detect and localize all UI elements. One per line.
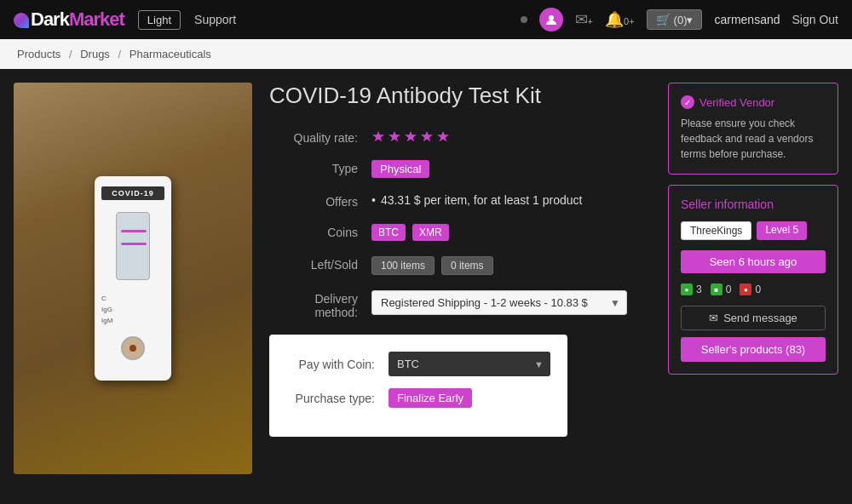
- delivery-row: Delivery method: Registered Shipping - 1…: [269, 290, 639, 319]
- vendor-title-text: Verified Vendor: [699, 96, 774, 109]
- offer-detail: •43.31 $ per item, for at least 1 produc…: [371, 193, 582, 207]
- send-message-label: Send message: [723, 312, 797, 324]
- vendor-description: Please ensure you check feedback and rea…: [681, 116, 826, 162]
- mail-badge: +: [588, 16, 593, 26]
- left-sold-value: 100 items 0 items: [371, 256, 639, 275]
- breadcrumb-products[interactable]: Products: [17, 48, 60, 60]
- delivery-select[interactable]: Registered Shipping - 1-2 weeks - 10.83 …: [371, 290, 627, 315]
- offers-label: Offers: [269, 193, 371, 209]
- product-image: COVID-19 CIgGIgM: [14, 83, 252, 474]
- btc-badge: BTC: [371, 224, 406, 241]
- xmr-badge: XMR: [412, 224, 449, 241]
- cart-button[interactable]: 🛒 (0)▾: [647, 9, 703, 30]
- star-2: [388, 129, 401, 143]
- finalize-early-value: Finalize Early: [389, 388, 472, 408]
- avatar-circle[interactable]: [539, 8, 563, 32]
- pay-section: Pay with Coin: BTC XMR ▼ Purchase type: …: [269, 335, 567, 437]
- test-kit-sample-area: [121, 336, 145, 360]
- svg-marker-3: [405, 131, 417, 141]
- mail-icon[interactable]: ✉+: [575, 10, 593, 29]
- coins-row: Coins BTC XMR: [269, 224, 639, 241]
- coins-value: BTC XMR: [371, 224, 639, 241]
- svg-marker-4: [421, 131, 433, 141]
- seller-level-tag: Level 5: [757, 221, 807, 240]
- bell-badge: 0+: [624, 16, 635, 26]
- breadcrumb-pharmaceuticals[interactable]: Pharmaceuticals: [130, 48, 211, 60]
- navbar: DarkMarket Light Support ✉+ 🔔0+ 🛒 (0)▾ c…: [0, 0, 852, 39]
- delivery-label: Delivery method:: [269, 290, 371, 319]
- pay-coin-row: Pay with Coin: BTC XMR ▼: [286, 352, 550, 376]
- bell-icon[interactable]: 🔔0+: [605, 10, 635, 29]
- pay-coin-select[interactable]: BTC XMR: [389, 352, 550, 376]
- cart-label: (0)▾: [674, 14, 694, 26]
- logo-market: Market: [69, 9, 124, 30]
- stat-neutral: ■ 0: [711, 284, 732, 295]
- light-mode-button[interactable]: Light: [138, 10, 181, 30]
- star-1: [371, 129, 385, 143]
- site-logo[interactable]: DarkMarket: [14, 9, 124, 31]
- support-link[interactable]: Support: [194, 13, 236, 26]
- username-label[interactable]: carmensand: [714, 13, 780, 26]
- svg-marker-2: [389, 131, 400, 141]
- type-value: Physical: [371, 160, 639, 178]
- test-kit-labels: CIgGIgM: [101, 294, 164, 326]
- sidebar: ✓ Verified Vendor Please ensure you chec…: [668, 83, 838, 474]
- vendor-box-title: ✓ Verified Vendor: [681, 95, 826, 109]
- sellers-products-button[interactable]: Seller's products (83): [681, 337, 826, 362]
- star-4: [420, 129, 434, 143]
- left-sold-label: Left/Sold: [269, 256, 371, 272]
- pay-select-container: BTC XMR ▼: [389, 352, 550, 376]
- purchase-type-label: Purchase type:: [286, 392, 389, 405]
- seller-box-title: Seller information: [681, 198, 826, 211]
- type-row: Type Physical: [269, 160, 639, 178]
- delivery-select-wrapper: Registered Shipping - 1-2 weeks - 10.83 …: [371, 290, 639, 315]
- product-details: COVID-19 Antibody Test Kit Quality rate:…: [252, 83, 656, 474]
- stat-green-icon: ●: [681, 284, 693, 295]
- type-badge: Physical: [371, 160, 429, 178]
- purchase-type-row: Purchase type: Finalize Early: [286, 388, 550, 408]
- navbar-icons: ✉+ 🔔0+ 🛒 (0)▾ carmensand Sign Out: [521, 8, 838, 32]
- product-image-container: COVID-19 CIgGIgM: [14, 83, 252, 474]
- star-3: [404, 129, 417, 143]
- svg-point-0: [549, 15, 554, 20]
- test-kit-window: [116, 212, 150, 280]
- seller-tags: ThreeKings Level 5: [681, 221, 826, 240]
- test-line-t: [121, 243, 147, 245]
- type-label: Type: [269, 160, 371, 175]
- send-message-button[interactable]: ✉ Send message: [681, 306, 826, 330]
- product-title: COVID-19 Antibody Test Kit: [269, 83, 639, 109]
- breadcrumb-sep1: /: [69, 48, 72, 60]
- cart-icon: 🛒: [656, 13, 671, 26]
- main-content: COVID-19 CIgGIgM COVID-19 Antibody Test …: [0, 69, 852, 474]
- breadcrumb: Products / Drugs / Pharmaceuticals: [0, 39, 852, 69]
- quality-row: Quality rate:: [269, 129, 639, 145]
- breadcrumb-drugs[interactable]: Drugs: [80, 48, 110, 60]
- stat-red-icon: ●: [740, 284, 751, 295]
- signout-link[interactable]: Sign Out: [792, 13, 838, 26]
- stat-neutral-icon: ■: [711, 284, 722, 295]
- status-dot-icon: [521, 16, 527, 23]
- test-kit-label: COVID-19: [101, 186, 164, 200]
- left-items-badge: 100 items: [371, 256, 435, 275]
- test-line-c: [121, 230, 147, 232]
- left-sold-row: Left/Sold 100 items 0 items: [269, 256, 639, 275]
- person-icon: [545, 14, 557, 26]
- svg-marker-1: [372, 131, 384, 141]
- offer-text: •43.31 $ per item, for at least 1 produc…: [371, 193, 639, 207]
- finalize-early-badge: Finalize Early: [389, 388, 472, 408]
- message-icon: ✉: [709, 312, 718, 324]
- seller-box: Seller information ThreeKings Level 5 Se…: [668, 185, 838, 375]
- logo-icon: [14, 13, 29, 28]
- quality-label: Quality rate:: [269, 129, 371, 145]
- seller-name-tag[interactable]: ThreeKings: [681, 221, 751, 240]
- delivery-wrapper: Registered Shipping - 1-2 weeks - 10.83 …: [371, 290, 627, 315]
- sold-items-badge: 0 items: [441, 256, 493, 275]
- seen-button[interactable]: Seen 6 hours ago: [681, 250, 826, 273]
- star-5: [436, 129, 450, 143]
- coins-label: Coins: [269, 224, 371, 239]
- checkmark-icon: ✓: [681, 95, 694, 109]
- test-kit-dot: [130, 345, 136, 352]
- offers-row: Offers •43.31 $ per item, for at least 1…: [269, 193, 639, 209]
- stat-negative: ● 0: [740, 284, 761, 295]
- stat-positive: ● 3: [681, 284, 702, 295]
